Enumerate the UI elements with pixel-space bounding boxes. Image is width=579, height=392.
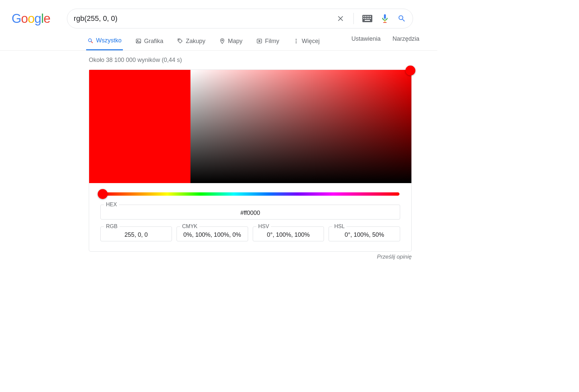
tab-more[interactable]: Więcej xyxy=(292,33,321,50)
svg-point-15 xyxy=(88,39,91,42)
svg-rect-5 xyxy=(370,16,371,17)
sv-handle[interactable] xyxy=(405,66,415,75)
svg-point-19 xyxy=(179,39,179,40)
tab-maps[interactable]: Mapy xyxy=(218,33,244,50)
svg-point-22 xyxy=(296,39,297,40)
svg-rect-6 xyxy=(363,18,364,19)
hsl-value: 0°, 100%, 50% xyxy=(332,231,396,238)
tab-images[interactable]: Grafika xyxy=(134,33,165,50)
clear-icon[interactable] xyxy=(336,14,345,23)
keyboard-icon[interactable] xyxy=(362,15,372,22)
hsv-label: HSV xyxy=(256,223,271,229)
search-input[interactable] xyxy=(74,14,336,23)
svg-point-24 xyxy=(296,42,297,43)
svg-point-20 xyxy=(222,40,223,41)
svg-rect-12 xyxy=(384,14,386,19)
cmyk-field[interactable]: CMYK 0%, 100%, 100%, 0% xyxy=(177,223,248,241)
hex-field[interactable]: HEX #ff0000 xyxy=(100,202,400,220)
hsl-field[interactable]: HSL 0°, 100%, 50% xyxy=(329,223,400,241)
cmyk-label: CMYK xyxy=(180,223,199,229)
tab-videos[interactable]: Filmy xyxy=(255,33,281,50)
svg-rect-13 xyxy=(385,20,385,22)
hsl-label: HSL xyxy=(332,223,346,229)
tab-more-label: Więcej xyxy=(302,38,320,45)
svg-rect-4 xyxy=(368,16,369,17)
color-picker: HEX #ff0000 RGB 255, 0, 0 CMYK 0%, 100%,… xyxy=(89,70,412,252)
rgb-value: 255, 0, 0 xyxy=(104,231,168,238)
search-tabs: Wszystko Grafika Zakupy Mapy Filmy Więce… xyxy=(0,28,437,51)
svg-point-23 xyxy=(296,41,297,42)
svg-rect-1 xyxy=(363,16,364,17)
hex-value: #ff0000 xyxy=(104,210,396,217)
tab-shopping-label: Zakupy xyxy=(186,38,205,45)
tools-link[interactable]: Narzędzia xyxy=(393,35,419,42)
hsv-value: 0°, 100%, 100% xyxy=(256,231,321,238)
rgb-label: RGB xyxy=(104,223,120,229)
svg-rect-7 xyxy=(365,18,366,19)
svg-rect-9 xyxy=(368,18,369,19)
hex-label: HEX xyxy=(104,202,119,208)
svg-rect-8 xyxy=(367,18,368,19)
tab-all[interactable]: Wszystko xyxy=(86,32,123,50)
settings-link[interactable]: Ustawienia xyxy=(351,35,381,42)
search-bar xyxy=(67,9,413,28)
cmyk-value: 0%, 100%, 100%, 0% xyxy=(180,231,244,238)
separator xyxy=(353,13,354,24)
microphone-icon[interactable] xyxy=(381,14,389,23)
tab-maps-label: Mapy xyxy=(228,38,242,45)
svg-rect-3 xyxy=(367,16,368,17)
hue-slider[interactable] xyxy=(101,192,399,196)
svg-rect-10 xyxy=(370,18,371,19)
svg-point-18 xyxy=(137,40,138,41)
svg-line-16 xyxy=(91,41,93,43)
feedback-link[interactable]: Prześlij opinię xyxy=(89,254,412,260)
hsv-field[interactable]: HSV 0°, 100%, 100% xyxy=(253,223,324,241)
svg-rect-14 xyxy=(383,22,387,23)
tab-videos-label: Filmy xyxy=(265,38,279,45)
google-logo[interactable]: Google xyxy=(12,12,50,26)
tab-shopping[interactable]: Zakupy xyxy=(176,33,207,50)
tab-all-label: Wszystko xyxy=(96,37,122,44)
color-swatch xyxy=(89,70,190,183)
hue-handle[interactable] xyxy=(98,189,108,199)
svg-rect-11 xyxy=(365,20,370,21)
saturation-value-area[interactable] xyxy=(190,70,411,183)
search-icon[interactable] xyxy=(397,14,406,23)
tab-images-label: Grafika xyxy=(144,38,163,45)
rgb-field[interactable]: RGB 255, 0, 0 xyxy=(100,223,172,241)
svg-rect-2 xyxy=(365,16,366,17)
result-stats: Około 38 100 000 wyników (0,44 s) xyxy=(0,51,437,64)
